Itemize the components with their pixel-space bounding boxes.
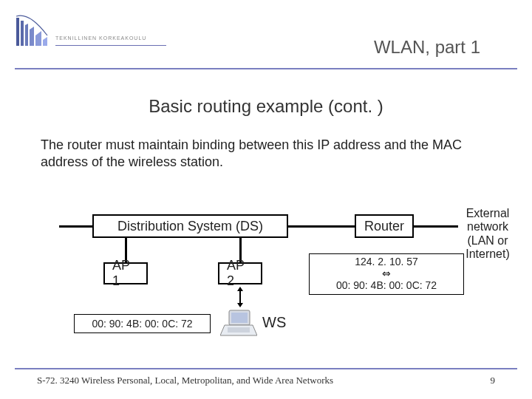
laptop-icon xyxy=(220,309,257,338)
header-divider xyxy=(15,68,517,69)
connector-line xyxy=(59,225,92,228)
router-label: Router xyxy=(364,219,404,234)
svg-rect-5 xyxy=(228,327,250,332)
ap1-box: AP 1 xyxy=(103,262,148,284)
connector-line xyxy=(288,225,355,228)
slide-body-text: The router must maintain binding between… xyxy=(41,137,491,170)
svg-rect-4 xyxy=(231,313,248,323)
footer-text: S-72. 3240 Wireless Personal, Local, Met… xyxy=(37,375,333,386)
logo-mark-icon xyxy=(15,13,49,47)
mac-address-text: 00: 90: 4B: 00: 0C: 72 xyxy=(92,318,192,330)
slide-header: TEKNILLINEN KORKEAKOULU WLAN, part 1 xyxy=(0,0,532,70)
svg-marker-2 xyxy=(237,303,243,307)
binding-box: 124. 2. 10. 57 ⇔ 00: 90: 4B: 00: 0C: 72 xyxy=(309,253,464,295)
binding-ip: 124. 2. 10. 57 xyxy=(317,256,456,267)
ap2-box: AP 2 xyxy=(218,262,262,284)
page-number: 9 xyxy=(491,375,496,386)
logo-underline xyxy=(55,45,166,46)
course-title: WLAN, part 1 xyxy=(374,37,480,58)
connector-line xyxy=(414,225,458,228)
left-right-arrow-icon: ⇔ xyxy=(317,267,456,279)
up-down-arrow-icon xyxy=(236,287,245,307)
ap1-label: AP 1 xyxy=(112,258,139,289)
network-diagram: Distribution System (DS) Router AP 1 AP … xyxy=(0,200,532,347)
ws-label: WS xyxy=(262,314,286,331)
mac-address-box: 00: 90: 4B: 00: 0C: 72 xyxy=(74,314,211,333)
ds-label: Distribution System (DS) xyxy=(117,219,263,234)
svg-marker-1 xyxy=(237,287,243,291)
router-box: Router xyxy=(355,214,414,238)
ap2-label: AP 2 xyxy=(227,258,253,289)
footer-divider xyxy=(15,368,517,369)
external-network-label: External network (LAN or Internet) xyxy=(454,207,521,262)
institution-name: TEKNILLINEN KORKEAKOULU xyxy=(55,35,146,41)
binding-mac: 00: 90: 4B: 00: 0C: 72 xyxy=(317,279,456,291)
slide-title: Basic routing example (cont. ) xyxy=(0,96,532,117)
distribution-system-box: Distribution System (DS) xyxy=(92,214,288,238)
institution-logo: TEKNILLINEN KORKEAKOULU xyxy=(15,13,163,54)
